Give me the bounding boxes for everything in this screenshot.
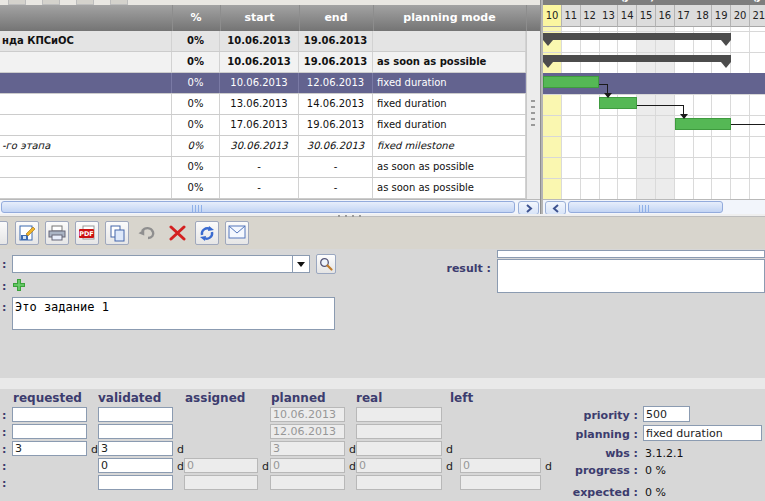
field-colon: : [2, 426, 6, 439]
effort-col-assigned: assigned [185, 391, 245, 405]
copy-icon [109, 225, 126, 242]
result-textarea[interactable] [497, 259, 765, 293]
gantt-day-header: 13 [599, 5, 618, 27]
validated-work-input[interactable] [98, 458, 173, 473]
refresh-button[interactable] [195, 221, 219, 245]
table-row-milestone[interactable]: -го этапа 0% 30.06.2013 30.06.2013 fixed… [0, 136, 540, 157]
add-button[interactable] [12, 278, 26, 295]
section-divider [0, 378, 765, 389]
scroll-left-button[interactable] [545, 201, 566, 214]
scrollbar-thumb[interactable] [1, 201, 515, 213]
table-row[interactable]: 0% - - as soon as possible [0, 178, 540, 199]
print-button[interactable] [45, 221, 69, 245]
copy-button[interactable] [105, 221, 129, 245]
real-start-input [356, 407, 442, 422]
printer-icon [48, 225, 66, 242]
refresh-icon [198, 225, 216, 242]
unit-suffix: d [262, 460, 269, 473]
chevron-right-icon [525, 204, 533, 213]
table-row-selected[interactable]: 0% 10.06.2013 12.06.2013 fixed duration [0, 73, 540, 94]
wbs-value: 3.1.2.1 [645, 447, 683, 460]
gantt-day-header: 18 [693, 5, 712, 27]
effort-col-real: real [356, 391, 382, 405]
expected-label: expected : [518, 486, 638, 499]
effort-col-planned: planned [271, 391, 326, 405]
scroll-right-button[interactable] [518, 201, 539, 215]
scrollbar-thumb[interactable] [568, 201, 723, 213]
priority-input[interactable] [643, 406, 690, 422]
field-colon: : [2, 443, 6, 456]
table-row[interactable]: 0% 17.06.2013 19.06.2013 fixed duration [0, 115, 540, 136]
gantt-day-header: 11 [562, 5, 581, 27]
gantt-day-header: 20 [731, 5, 750, 27]
pdf-icon: PDF [78, 225, 96, 242]
gantt-summary-bar[interactable] [543, 33, 731, 40]
plus-icon [12, 278, 26, 292]
table-row[interactable]: 0% 10.06.2013 19.06.2013 as soon as poss… [0, 52, 540, 73]
unit-suffix: d [177, 443, 184, 456]
dependency-arrow [604, 93, 612, 98]
col-header-end[interactable]: end [299, 5, 374, 31]
table-row[interactable]: 0% 13.06.2013 14.06.2013 fixed duration [0, 94, 540, 115]
gantt-task-bar[interactable] [675, 118, 731, 130]
col-header-planning-mode[interactable]: planning mode [373, 5, 527, 31]
requested-end-input[interactable] [12, 424, 87, 439]
gantt-horizontal-scrollbar[interactable] [543, 199, 765, 214]
task-detail-form: : : : Это задание 1 result : [0, 249, 765, 501]
col-header-start[interactable]: start [220, 5, 300, 31]
effort-col-validated: validated [98, 391, 161, 405]
col-header-corner [526, 5, 540, 31]
wbs-label: wbs : [518, 447, 638, 460]
table-row[interactable]: нда КПСиОС 0% 10.06.2013 19.06.2013 [0, 31, 540, 52]
gantt-summary-bar[interactable] [543, 55, 731, 62]
chevron-left-icon [552, 204, 560, 213]
field-colon: : [2, 301, 6, 314]
field-colon: : [2, 477, 6, 490]
table-row[interactable]: 0% - - as soon as possible [0, 157, 540, 178]
delete-button[interactable] [165, 221, 189, 245]
validated-cost-input[interactable] [98, 475, 173, 490]
assigned-cost-input [184, 475, 258, 490]
undo-button[interactable] [135, 221, 159, 245]
expected-value: 0 % [645, 486, 666, 499]
progress-value: 0 % [645, 464, 666, 477]
unit-suffix: d [446, 460, 453, 473]
gantt-task-bar[interactable] [543, 76, 599, 88]
planned-work-input [270, 458, 345, 473]
svg-text:PDF: PDF [79, 230, 94, 238]
search-button[interactable] [316, 254, 336, 274]
planning-input[interactable] [643, 425, 762, 441]
col-header-name[interactable] [0, 5, 173, 31]
combobox-dropdown-button[interactable] [292, 255, 310, 273]
validated-duration-input[interactable] [98, 441, 173, 456]
gantt-day-header: 15 [637, 5, 656, 27]
validated-end-input[interactable] [98, 424, 173, 439]
planned-cost-input [270, 475, 345, 490]
requested-duration-input[interactable] [12, 441, 87, 456]
save-button[interactable] [15, 221, 39, 245]
real-end-input [356, 424, 442, 439]
gantt-day-header: 16 [656, 5, 675, 27]
assigned-work-input [184, 458, 258, 473]
pdf-export-button[interactable]: PDF [75, 221, 99, 245]
gantt-task-bar[interactable] [599, 97, 637, 109]
table-horizontal-scrollbar[interactable] [0, 199, 540, 214]
email-button[interactable] [225, 221, 249, 245]
vertical-scrollbar-thumb[interactable] [531, 100, 535, 128]
progress-label: progress : [518, 464, 638, 477]
requested-start-input[interactable] [12, 407, 87, 422]
description-textarea[interactable]: Это задание 1 [12, 297, 335, 330]
gantt-day-header: 12 [581, 5, 600, 27]
validated-start-input[interactable] [98, 407, 173, 422]
save-icon [19, 225, 36, 242]
search-icon [319, 257, 333, 271]
unit-suffix: d [177, 460, 184, 473]
clipped-icon[interactable] [0, 221, 8, 245]
clipped-field-input[interactable] [497, 250, 765, 258]
gantt-day-header: 10 [543, 5, 562, 27]
field-colon: : [2, 460, 6, 473]
type-combobox-input[interactable] [12, 255, 293, 273]
chevron-down-icon [297, 262, 305, 267]
planned-duration-input [270, 441, 345, 456]
col-header-percent[interactable]: % [172, 5, 221, 31]
